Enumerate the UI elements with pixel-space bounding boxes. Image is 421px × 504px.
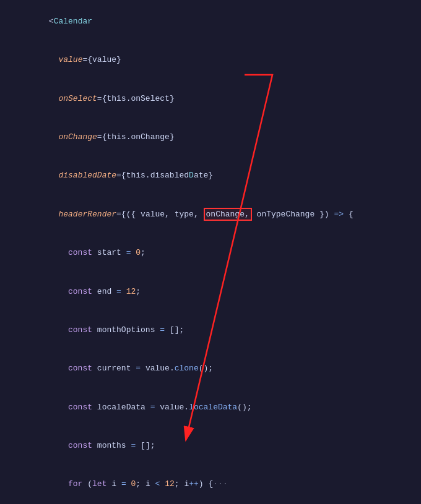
- code-text: onChange={this.onChange}: [20, 118, 416, 156]
- code-line: const monthOptions = [];: [0, 311, 421, 349]
- code-line: <Calendar: [0, 2, 421, 41]
- code-editor: <Calendar value={value} onSelect={this.o…: [0, 0, 421, 504]
- code-line: const start = 0;: [0, 234, 421, 272]
- code-line: onChange={this.onChange}: [0, 118, 421, 156]
- code-line-headerrender: headerRender={({ value, type, onChange, …: [0, 195, 421, 234]
- code-line: const current = value.clone();: [0, 350, 421, 388]
- code-line: onSelect={this.onSelect}: [0, 80, 421, 118]
- code-line: const months = [];: [0, 427, 421, 465]
- code-text: <Calendar: [20, 2, 416, 41]
- code-text: const months = [];: [20, 427, 416, 465]
- code-line: for (let i = 0; i < 12; i++) {···: [0, 466, 421, 504]
- code-text: const current = value.clone();: [20, 350, 416, 388]
- code-line: disabledDate={this.disabledDate}: [0, 157, 421, 195]
- code-text: value={value}: [20, 41, 416, 79]
- code-line: const localeData = value.localeData();: [0, 388, 421, 427]
- code-line: value={value}: [0, 41, 421, 79]
- code-text: onSelect={this.onSelect}: [20, 80, 416, 118]
- code-text: const start = 0;: [20, 234, 416, 272]
- code-text: const localeData = value.localeData();: [20, 388, 416, 427]
- code-text: headerRender={({ value, type, onChange, …: [20, 195, 416, 234]
- code-text: const end = 12;: [20, 273, 416, 311]
- code-text: const monthOptions = [];: [20, 311, 416, 349]
- code-text: disabledDate={this.disabledDate}: [20, 157, 416, 195]
- code-text: for (let i = 0; i < 12; i++) {···: [20, 466, 416, 504]
- code-line: const end = 12;: [0, 273, 421, 311]
